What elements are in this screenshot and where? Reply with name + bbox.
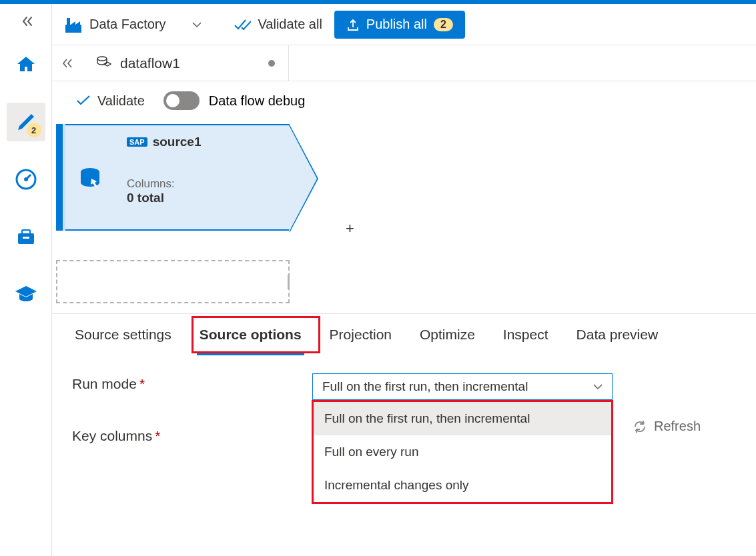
source-node[interactable]: SAP source1 Columns: 0 total bbox=[56, 124, 290, 231]
factory-dropdown[interactable]: Data Factory bbox=[64, 15, 202, 34]
columns-count: 0 total bbox=[127, 191, 277, 205]
check-icon bbox=[76, 95, 91, 106]
graduation-icon bbox=[14, 284, 38, 304]
svg-rect-6 bbox=[65, 25, 81, 33]
debug-label: Data flow debug bbox=[209, 93, 306, 109]
option-full-every-run[interactable]: Full on every run bbox=[314, 435, 611, 469]
svg-line-2 bbox=[26, 175, 31, 179]
publish-label: Publish all bbox=[366, 17, 427, 32]
upload-icon bbox=[346, 18, 360, 31]
publish-count-badge: 2 bbox=[434, 18, 453, 31]
tab-source-settings[interactable]: Source settings bbox=[72, 314, 174, 355]
toolbox-icon bbox=[15, 225, 37, 248]
home-icon bbox=[14, 53, 38, 77]
nav-author[interactable]: 2 bbox=[7, 103, 45, 141]
left-nav-rail: 2 bbox=[0, 4, 52, 556]
svg-rect-5 bbox=[23, 237, 29, 239]
canvas-action-bar: Validate Data flow debug bbox=[52, 81, 756, 120]
debug-toggle[interactable]: Data flow debug bbox=[163, 91, 306, 110]
option-incremental-only[interactable]: Incremental changes only bbox=[314, 469, 611, 502]
source-name-label: source1 bbox=[153, 135, 202, 149]
svg-rect-7 bbox=[67, 18, 70, 25]
run-mode-select[interactable]: Full on the first run, then incremental bbox=[312, 373, 613, 400]
option-full-first-incremental[interactable]: Full on the first run, then incremental bbox=[314, 402, 611, 435]
source-options-panel: Run mode* Full on the first run, then in… bbox=[52, 355, 756, 488]
collapse-rail-button[interactable] bbox=[19, 16, 33, 27]
run-mode-value: Full on the first run, then incremental bbox=[322, 379, 528, 394]
editor-tab-bar: dataflow1 bbox=[52, 45, 756, 81]
dataflow-canvas[interactable]: SAP source1 Columns: 0 total + bbox=[52, 120, 756, 313]
checkmark-icon bbox=[234, 19, 251, 31]
validate-all-label: Validate all bbox=[258, 17, 322, 32]
main-area: Data Factory Validate all Publish all 2 … bbox=[52, 4, 756, 556]
top-toolbar: Data Factory Validate all Publish all 2 bbox=[52, 4, 756, 45]
svg-rect-4 bbox=[22, 230, 30, 234]
factory-label: Data Factory bbox=[89, 17, 165, 32]
toggle-switch-off bbox=[163, 91, 200, 110]
columns-label: Columns: bbox=[127, 177, 277, 191]
sap-logo-badge: SAP bbox=[127, 137, 147, 147]
dataflow-icon bbox=[95, 55, 112, 72]
refresh-button[interactable]: Refresh bbox=[633, 419, 701, 434]
tab-optimize[interactable]: Optimize bbox=[417, 314, 478, 355]
expand-tabs-button[interactable] bbox=[52, 59, 81, 68]
tab-data-preview[interactable]: Data preview bbox=[574, 314, 661, 355]
run-mode-label: Run mode* bbox=[72, 373, 312, 392]
source-shape-icon bbox=[75, 163, 105, 192]
run-mode-dropdown-list: Full on the first run, then incremental … bbox=[312, 400, 613, 504]
chevron-down-icon bbox=[593, 383, 603, 390]
properties-tab-bar: Source settings Source options Projectio… bbox=[52, 313, 756, 355]
tab-source-options[interactable]: Source options bbox=[197, 314, 304, 355]
add-source-placeholder[interactable] bbox=[56, 260, 290, 303]
author-badge: 2 bbox=[27, 123, 41, 137]
nav-learn[interactable] bbox=[7, 275, 45, 313]
tab-title: dataflow1 bbox=[120, 55, 180, 71]
key-columns-label: Key columns* bbox=[72, 425, 312, 444]
publish-all-button[interactable]: Publish all 2 bbox=[334, 11, 465, 39]
factory-icon bbox=[64, 15, 83, 34]
refresh-label: Refresh bbox=[654, 419, 701, 434]
tab-projection[interactable]: Projection bbox=[327, 314, 394, 355]
validate-all-button[interactable]: Validate all bbox=[234, 17, 322, 32]
unsaved-indicator bbox=[268, 60, 275, 67]
nav-manage[interactable] bbox=[7, 217, 45, 256]
chevron-down-icon bbox=[192, 21, 202, 28]
validate-label: Validate bbox=[97, 93, 145, 109]
add-transform-button[interactable]: + bbox=[346, 220, 354, 237]
validate-button[interactable]: Validate bbox=[76, 93, 145, 109]
gauge-icon bbox=[15, 168, 37, 191]
refresh-icon bbox=[633, 419, 647, 434]
nav-home[interactable] bbox=[7, 45, 45, 84]
file-tab-dataflow1[interactable]: dataflow1 bbox=[81, 45, 289, 81]
nav-monitor[interactable] bbox=[7, 160, 45, 199]
tab-inspect[interactable]: Inspect bbox=[500, 314, 551, 355]
